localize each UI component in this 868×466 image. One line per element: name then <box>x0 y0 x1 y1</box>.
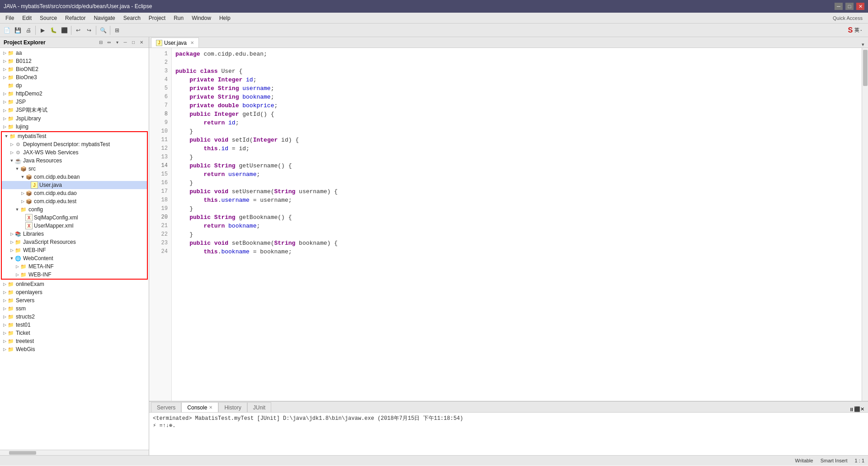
tree-item-sqlmap[interactable]: X SqlMapConfig.xml <box>2 214 147 222</box>
tab-close-userjava[interactable]: ✕ <box>190 40 194 45</box>
perspective-button[interactable]: ⊞ <box>112 25 122 35</box>
expand-jaxws[interactable]: ▷ <box>9 150 14 155</box>
tree-item-openlayers[interactable]: ▷ 📁 openlayers <box>0 288 149 296</box>
tree-item-jsplibrary[interactable]: ▷ 📁 JspLibrary <box>0 114 149 123</box>
menu-project[interactable]: Project <box>145 14 169 22</box>
expand-jsresources[interactable]: ▷ <box>9 240 14 244</box>
tree-item-b0112[interactable]: ▷ 📁 B0112 <box>0 57 149 65</box>
expand-b0112[interactable]: ▷ <box>2 59 7 63</box>
menu-edit[interactable]: Edit <box>19 14 35 22</box>
expand-servers[interactable]: ▷ <box>2 298 7 303</box>
expand-aa[interactable]: ▷ <box>2 51 7 55</box>
run-button[interactable]: ▶ <box>38 25 47 35</box>
expand-treetest[interactable]: ▷ <box>2 339 7 343</box>
tree-item-treetest[interactable]: ▷ 📁 treetest <box>0 337 149 345</box>
expand-bean[interactable]: ▼ <box>20 175 25 179</box>
tree-item-usermapper[interactable]: X UserMapper.xml <box>2 222 147 230</box>
expand-test01[interactable]: ▷ <box>2 323 7 327</box>
code-editor[interactable]: 1 2 3 4 5 6 7 8 9 10 11 12 13 14 15 16 1 <box>149 48 868 401</box>
expand-jsplibrary[interactable]: ▷ <box>2 116 7 121</box>
tree-item-dp[interactable]: 📁 dp <box>0 81 149 90</box>
tree-container[interactable]: ▷ 📁 aa ▷ 📁 B0112 ▷ 📁 BioONE2 ▷ 📁 BioOne <box>0 48 149 450</box>
tree-item-lujing[interactable]: ▷ 📁 lujing <box>0 123 149 131</box>
new-button[interactable]: 📄 <box>2 25 12 35</box>
left-scrollbar[interactable] <box>0 450 149 455</box>
left-scroll-thumb[interactable] <box>9 451 36 455</box>
tree-item-test01[interactable]: ▷ 📁 test01 <box>0 321 149 329</box>
expand-javaresources[interactable]: ▼ <box>9 158 14 163</box>
expand-libraries[interactable]: ▷ <box>9 232 14 236</box>
quick-access-label[interactable]: Quick Access <box>833 15 866 21</box>
tree-item-webgis[interactable]: ▷ 📁 WebGis <box>0 345 149 353</box>
expand-lujing[interactable]: ▷ <box>2 124 7 129</box>
console-toolbar-btn1[interactable]: ⏸ <box>849 407 854 412</box>
expand-bioone2[interactable]: ▷ <box>2 67 7 71</box>
menu-window[interactable]: Window <box>188 14 215 22</box>
expand-webgis[interactable]: ▷ <box>2 347 7 352</box>
console-toolbar-btn2[interactable]: ⬛ <box>854 406 860 412</box>
tree-item-mybatistest[interactable]: ▼ 📁 mybatisTest <box>2 132 147 140</box>
right-scrollbar[interactable] <box>862 48 868 401</box>
menu-navigate[interactable]: Navigate <box>90 14 118 22</box>
tree-item-structs2[interactable]: ▷ 📁 structs2 <box>0 313 149 321</box>
debug-button[interactable]: 🐛 <box>48 25 58 35</box>
expand-test[interactable]: ▷ <box>20 199 25 204</box>
expand-openlayers[interactable]: ▷ <box>2 290 7 295</box>
stop-button[interactable]: ⬛ <box>59 25 69 35</box>
tree-item-dao[interactable]: ▷ 📦 com.cidp.edu.dao <box>2 189 147 197</box>
expand-webcontent[interactable]: ▼ <box>9 256 14 261</box>
expand-dao[interactable]: ▷ <box>20 191 25 195</box>
tree-item-deployment[interactable]: ▷ ⚙ Deployment Descriptor: mybatisTest <box>2 140 147 148</box>
console-close-icon[interactable]: ✕ <box>209 405 212 410</box>
tree-item-src[interactable]: ▼ 📦 src <box>2 165 147 173</box>
tree-item-libraries[interactable]: ▷ 📚 Libraries <box>2 230 147 238</box>
tree-item-webinf[interactable]: ▷ 📁 WEB-INF <box>2 246 147 254</box>
tree-item-webinf2[interactable]: ▷ 📁 WEB-INF <box>2 271 147 279</box>
expand-webinf[interactable]: ▷ <box>9 248 14 252</box>
tree-item-jaxws[interactable]: ▷ ⚙ JAX-WS Web Services <box>2 148 147 157</box>
console-toolbar-btn3[interactable]: ✕ <box>860 406 864 412</box>
minimize-panel-button[interactable]: ─ <box>122 39 129 46</box>
expand-jsp[interactable]: ▷ <box>2 100 7 104</box>
tree-item-onlineexam[interactable]: ▷ 📁 onlineExam <box>0 280 149 288</box>
expand-deployment[interactable]: ▷ <box>9 142 14 147</box>
menu-file[interactable]: File <box>2 14 18 22</box>
explorer-menu-button[interactable]: ▾ <box>113 39 121 46</box>
tree-item-jsp[interactable]: ▷ 📁 JSP <box>0 98 149 106</box>
menu-source[interactable]: Source <box>36 14 61 22</box>
editor-tab-userjava[interactable]: J User.java ✕ <box>151 38 199 48</box>
expand-config[interactable]: ▼ <box>14 207 20 212</box>
tree-item-aa[interactable]: ▷ 📁 aa <box>0 49 149 57</box>
minimize-button[interactable]: ─ <box>835 3 843 10</box>
redo-button[interactable]: ↪ <box>84 25 94 35</box>
tree-item-bioone3[interactable]: ▷ 📁 BioOne3 <box>0 73 149 81</box>
expand-jspexam[interactable]: ▷ <box>2 108 7 113</box>
expand-metainf[interactable]: ▷ <box>14 264 20 269</box>
maximize-button[interactable]: □ <box>845 3 854 10</box>
code-content[interactable]: package com.cidp.edu.bean; public class … <box>172 48 862 401</box>
expand-bioone3[interactable]: ▷ <box>2 75 7 80</box>
print-button[interactable]: 🖨 <box>24 25 33 35</box>
tree-item-ticket[interactable]: ▷ 📁 Ticket <box>0 329 149 337</box>
tree-item-httpdemo2[interactable]: ▷ 📁 httpDemo2 <box>0 90 149 98</box>
bottom-tab-servers[interactable]: Servers <box>151 402 181 412</box>
tree-item-bioone2[interactable]: ▷ 📁 BioONE2 <box>0 65 149 73</box>
expand-webinf2[interactable]: ▷ <box>14 272 20 277</box>
expand-onlineexam[interactable]: ▷ <box>2 282 7 286</box>
tree-item-test[interactable]: ▷ 📦 com.cidp.edu.test <box>2 197 147 205</box>
tree-item-javaresources[interactable]: ▼ ☕ Java Resources <box>2 157 147 165</box>
bottom-tab-console[interactable]: Console ✕ <box>181 402 218 412</box>
menu-help[interactable]: Help <box>216 14 234 22</box>
expand-mybatistest[interactable]: ▼ <box>4 134 9 138</box>
expand-ticket[interactable]: ▷ <box>2 331 7 335</box>
tree-item-ssm[interactable]: ▷ 📁 ssm <box>0 304 149 313</box>
menu-search[interactable]: Search <box>120 14 144 22</box>
save-button[interactable]: 💾 <box>13 25 23 35</box>
expand-ssm[interactable]: ▷ <box>2 306 7 311</box>
tree-item-servers[interactable]: ▷ 📁 Servers <box>0 296 149 304</box>
menu-refactor[interactable]: Refactor <box>61 14 89 22</box>
menu-run[interactable]: Run <box>170 14 187 22</box>
tree-item-metainf[interactable]: ▷ 📁 META-INF <box>2 262 147 271</box>
bottom-tab-junit[interactable]: JUnit <box>247 402 271 412</box>
search-button[interactable]: 🔍 <box>98 25 108 35</box>
